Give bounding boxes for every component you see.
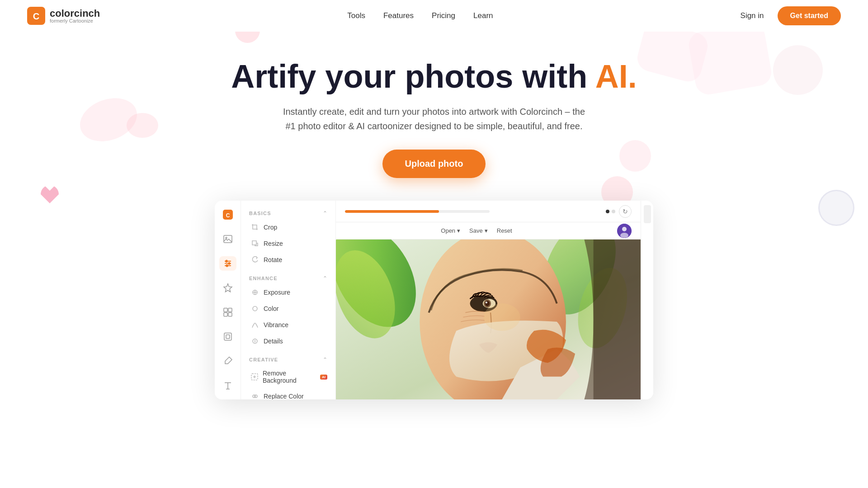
creative-section-header[interactable]: CREATIVE ⌃ xyxy=(241,354,335,366)
vibrance-icon xyxy=(251,321,259,329)
svg-point-11 xyxy=(226,265,228,267)
svg-rect-15 xyxy=(224,313,227,316)
refresh-button[interactable]: ↻ xyxy=(619,205,632,218)
remove-background-label: Remove Background xyxy=(263,370,315,384)
right-handle[interactable] xyxy=(644,205,651,223)
remove-bg-icon xyxy=(251,373,258,381)
get-started-button[interactable]: Get started xyxy=(778,6,841,25)
open-chevron: ▾ xyxy=(457,227,460,234)
save-chevron: ▾ xyxy=(485,227,488,234)
creative-title: CREATIVE xyxy=(249,357,278,362)
sidebar-effects-icon[interactable] xyxy=(219,281,236,295)
tools-panel: BASICS ⌃ Crop Resize Rotate xyxy=(241,201,336,399)
vibrance-label: Vibrance xyxy=(264,321,288,328)
rotate-label: Rotate xyxy=(264,256,282,263)
enhance-section-header[interactable]: ENHANCE ⌃ xyxy=(241,272,335,284)
color-icon xyxy=(251,305,259,313)
svg-point-30 xyxy=(620,233,628,238)
logo-icon: C xyxy=(27,7,45,25)
progress-bar xyxy=(345,210,490,213)
details-icon xyxy=(251,337,259,345)
logo[interactable]: C colorcinch formerly Cartoonize xyxy=(27,7,100,25)
creative-arrow: ⌃ xyxy=(323,357,327,363)
logo-sub: formerly Cartoonize xyxy=(50,19,100,23)
tool-rotate[interactable]: Rotate xyxy=(241,252,335,268)
replace-color-label: Replace Color xyxy=(264,393,304,399)
sidebar-adjustments-icon[interactable] xyxy=(219,256,236,271)
headline-ai: AI. xyxy=(595,58,637,94)
ai-badge: AI xyxy=(320,375,327,380)
tool-replace-color[interactable]: Replace Color xyxy=(241,388,335,399)
sidebar-text-icon[interactable] xyxy=(219,378,236,393)
right-panel xyxy=(641,201,653,399)
svg-rect-16 xyxy=(228,313,232,316)
logo-name: colorcinch xyxy=(50,9,100,19)
hero-subtext: Instantly create, edit and turn your pho… xyxy=(9,104,859,133)
dot-2 xyxy=(612,210,615,213)
hero-headline: Artify your photos with AI. xyxy=(9,59,859,94)
editor-section: C xyxy=(0,201,868,399)
progress-fill xyxy=(345,210,439,213)
sign-in-link[interactable]: Sign in xyxy=(741,11,764,20)
reset-label: Reset xyxy=(497,227,512,234)
svg-rect-14 xyxy=(228,308,232,312)
canvas-action-bar: Open ▾ Save ▾ Reset xyxy=(336,222,641,239)
tool-crop[interactable]: Crop xyxy=(241,219,335,235)
open-button[interactable]: Open ▾ xyxy=(441,227,460,234)
svg-point-29 xyxy=(622,227,627,231)
dot-indicators xyxy=(606,210,615,213)
enhance-title: ENHANCE xyxy=(249,276,278,281)
crop-icon xyxy=(251,223,259,231)
svg-point-10 xyxy=(228,263,230,264)
tool-details[interactable]: Details xyxy=(241,333,335,349)
user-avatar xyxy=(617,224,632,238)
svg-rect-18 xyxy=(226,335,230,338)
canvas-image-area xyxy=(336,239,641,399)
nav-tools[interactable]: Tools xyxy=(347,11,365,20)
hero-section: Artify your photos with AI. Instantly cr… xyxy=(0,32,868,192)
editor-container: C xyxy=(215,201,653,399)
nav-pricing[interactable]: Pricing xyxy=(432,11,455,20)
open-label: Open xyxy=(441,227,455,234)
crop-label: Crop xyxy=(264,224,277,231)
enhance-arrow: ⌃ xyxy=(323,275,327,282)
tool-vibrance[interactable]: Vibrance xyxy=(241,317,335,333)
color-label: Color xyxy=(264,305,278,312)
tool-exposure[interactable]: Exposure xyxy=(241,284,335,300)
sidebar-frame-icon[interactable] xyxy=(219,329,236,344)
svg-point-21 xyxy=(253,306,257,311)
svg-point-41 xyxy=(485,301,490,306)
dot-1 xyxy=(606,210,609,213)
svg-point-26 xyxy=(255,395,257,398)
sidebar-image-icon[interactable] xyxy=(219,232,236,246)
basics-section-header[interactable]: BASICS ⌃ xyxy=(241,207,335,219)
rotate-icon xyxy=(251,256,259,264)
svg-rect-4 xyxy=(224,235,232,243)
svg-point-43 xyxy=(484,304,520,331)
exposure-label: Exposure xyxy=(264,289,290,296)
reset-button[interactable]: Reset xyxy=(497,227,512,234)
svg-rect-13 xyxy=(224,308,227,312)
sidebar-grid-icon[interactable] xyxy=(219,305,236,319)
canvas-area: ↻ Open ▾ Save ▾ Reset xyxy=(336,201,641,399)
resize-icon xyxy=(251,239,259,248)
exposure-icon xyxy=(251,288,259,296)
tool-resize[interactable]: Resize xyxy=(241,235,335,252)
headline-before: Artify your photos with xyxy=(231,58,595,94)
basics-arrow: ⌃ xyxy=(323,210,327,216)
nav-features[interactable]: Features xyxy=(383,11,414,20)
replace-color-icon xyxy=(251,392,259,399)
upload-photo-button[interactable]: Upload photo xyxy=(382,150,486,178)
tool-remove-background[interactable]: Remove Background AI xyxy=(241,366,335,388)
tool-color[interactable]: Color xyxy=(241,300,335,317)
sidebar-brush-icon[interactable] xyxy=(219,354,236,368)
sidebar-logo-icon[interactable]: C xyxy=(219,207,236,222)
resize-label: Resize xyxy=(264,240,283,247)
details-label: Details xyxy=(264,338,283,345)
svg-point-42 xyxy=(486,302,487,304)
nav-learn[interactable]: Learn xyxy=(473,11,493,20)
save-button[interactable]: Save ▾ xyxy=(469,227,488,234)
canvas-image-svg xyxy=(336,239,641,399)
svg-rect-19 xyxy=(252,241,256,245)
sidebar-icons: C xyxy=(215,201,241,399)
